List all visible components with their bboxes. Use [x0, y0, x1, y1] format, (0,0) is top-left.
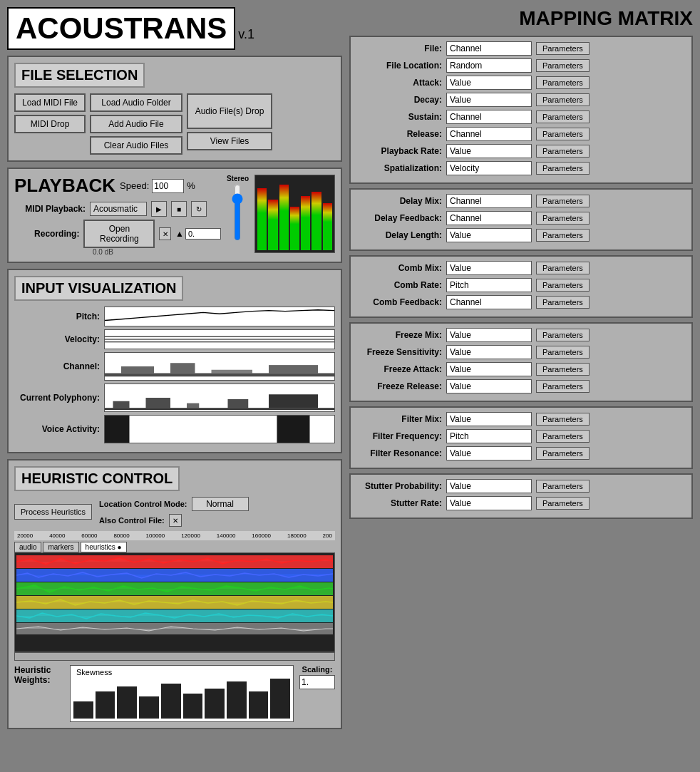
mapping-label-rows_group3-1: Comb Rate:: [356, 280, 442, 290]
recording-x-button[interactable]: ✕: [159, 227, 171, 240]
mapping-select-rows_group1-0[interactable]: Channel: [446, 41, 532, 56]
mapping-params-btn-rows_group5-2[interactable]: Parameters: [536, 447, 590, 460]
mapping-params-btn-rows_group6-1[interactable]: Parameters: [536, 497, 590, 510]
mapping-params-btn-rows_group1-1[interactable]: Parameters: [536, 59, 590, 72]
mapping-label-rows_group6-0: Stutter Probability:: [356, 481, 442, 491]
waveform-display[interactable]: [14, 552, 335, 652]
weight-bar-3[interactable]: [117, 686, 137, 719]
tab-heuristics[interactable]: heuristics ●: [81, 542, 127, 552]
weight-bar-9[interactable]: [249, 691, 269, 719]
recording-num-area: ▲: [175, 228, 221, 240]
mapping-select-rows_group1-7[interactable]: Velocity: [446, 161, 532, 175]
chevron-up-icon[interactable]: ▲: [175, 229, 184, 239]
mapping-select-rows_group1-1[interactable]: Random: [446, 58, 532, 73]
velocity-label: Velocity:: [14, 334, 100, 344]
location-mode-value[interactable]: Normal: [192, 497, 249, 511]
mapping-select-rows_group1-2[interactable]: Value: [446, 76, 532, 90]
midi-mode-select[interactable]: Acousmatic: [90, 202, 147, 216]
stop-button[interactable]: ■: [171, 201, 187, 217]
load-audio-button[interactable]: Load Audio Folder: [90, 93, 182, 112]
mapping-params-btn-rows_group3-0[interactable]: Parameters: [536, 262, 590, 274]
play-button[interactable]: ▶: [151, 201, 167, 217]
weight-bar-2[interactable]: [96, 691, 115, 719]
mapping-params-btn-rows_group5-1[interactable]: Parameters: [536, 430, 590, 443]
mapping-params-btn-rows_group4-0[interactable]: Parameters: [536, 329, 590, 341]
volume-slider[interactable]: [232, 184, 243, 241]
mapping-select-rows_group6-1[interactable]: Value: [446, 496, 532, 510]
weight-bar-8[interactable]: [227, 681, 247, 719]
recording-num-input[interactable]: [185, 228, 221, 240]
mapping-label-rows_group1-3: Decay:: [356, 95, 442, 105]
mapping-select-rows_group6-0[interactable]: Value: [446, 479, 532, 493]
mapping-params-btn-rows_group1-4[interactable]: Parameters: [536, 110, 590, 123]
audio-drop-button[interactable]: Audio File(s) Drop: [187, 93, 272, 129]
mapping-params-btn-rows_group2-2[interactable]: Parameters: [536, 229, 590, 242]
mapping-select-rows_group1-5[interactable]: Channel: [446, 127, 532, 141]
weight-bar-1[interactable]: [73, 701, 93, 719]
mapping-params-btn-rows_group1-0[interactable]: Parameters: [536, 42, 590, 55]
scaling-input[interactable]: [299, 675, 335, 689]
mapping-params-btn-rows_group4-1[interactable]: Parameters: [536, 346, 590, 359]
col-midi: Load MIDI File MIDI Drop: [14, 93, 86, 155]
process-heuristics-button[interactable]: Process Heuristics: [14, 504, 92, 520]
tab-audio[interactable]: audio: [14, 542, 41, 552]
tab-markers[interactable]: markers: [43, 542, 78, 552]
mapping-params-btn-rows_group3-1[interactable]: Parameters: [536, 279, 590, 292]
weight-bar-10[interactable]: [270, 679, 290, 719]
mapping-row-rows_group1-0: File:ChannelParameters: [356, 41, 686, 56]
also-file-checkbox[interactable]: ✕: [169, 514, 182, 527]
svg-rect-13: [269, 394, 318, 408]
mapping-params-btn-rows_group3-2[interactable]: Parameters: [536, 296, 590, 309]
mapping-select-rows_group1-3[interactable]: Value: [446, 93, 532, 107]
mapping-select-rows_group1-6[interactable]: Value: [446, 144, 532, 158]
mapping-select-rows_group3-1[interactable]: Pitch: [446, 278, 532, 292]
mapping-params-btn-rows_group1-2[interactable]: Parameters: [536, 76, 590, 89]
mapping-select-rows_group3-0[interactable]: Value: [446, 261, 532, 275]
weight-bar-6[interactable]: [183, 694, 203, 719]
mapping-label-rows_group2-0: Delay Mix:: [356, 196, 442, 206]
mapping-params-btn-rows_group2-1[interactable]: Parameters: [536, 212, 590, 225]
mapping-select-rows_group5-1[interactable]: Pitch: [446, 429, 532, 443]
waveform-container: 20000 40000 60000 80000 100000 120000 14…: [14, 531, 335, 661]
mapping-select-rows_group2-1[interactable]: Channel: [446, 211, 532, 225]
mapping-select-rows_group2-0[interactable]: Channel: [446, 194, 532, 208]
mapping-group-2: Delay Mix:ChannelParametersDelay Feedbac…: [349, 188, 693, 251]
weight-bar-7[interactable]: [205, 689, 225, 719]
weight-bar-4[interactable]: [139, 696, 159, 719]
mapping-params-btn-rows_group1-3[interactable]: Parameters: [536, 93, 590, 106]
playback-left: PLAYBACK Speed: % MIDI Playback: Acousma…: [14, 175, 221, 256]
loop-button[interactable]: ↻: [191, 201, 207, 217]
mapping-select-rows_group5-2[interactable]: Value: [446, 446, 532, 460]
mapping-row-rows_group4-0: Freeze Mix:ValueParameters: [356, 328, 686, 342]
mapping-select-rows_group5-0[interactable]: Value: [446, 412, 532, 426]
open-recording-button[interactable]: Open Recording: [83, 220, 155, 248]
mapping-select-rows_group4-3[interactable]: Value: [446, 379, 532, 393]
mapping-select-rows_group4-0[interactable]: Value: [446, 328, 532, 342]
mapping-row-rows_group4-3: Freeze Release:ValueParameters: [356, 379, 686, 393]
mapping-params-btn-rows_group2-0[interactable]: Parameters: [536, 195, 590, 207]
mapping-select-rows_group3-2[interactable]: Channel: [446, 295, 532, 309]
clear-audio-button[interactable]: Clear Audio Files: [90, 136, 182, 155]
mapping-params-btn-rows_group1-5[interactable]: Parameters: [536, 128, 590, 140]
mapping-label-rows_group4-0: Freeze Mix:: [356, 330, 442, 340]
mapping-select-rows_group4-1[interactable]: Value: [446, 345, 532, 359]
add-audio-button[interactable]: Add Audio File: [90, 115, 182, 133]
waveform-track-red: [16, 555, 333, 568]
mapping-params-btn-rows_group4-2[interactable]: Parameters: [536, 363, 590, 376]
mapping-select-rows_group1-4[interactable]: Channel: [446, 110, 532, 124]
weight-bar-5[interactable]: [161, 684, 181, 719]
mapping-params-btn-rows_group5-0[interactable]: Parameters: [536, 413, 590, 426]
mapping-params-btn-rows_group1-7[interactable]: Parameters: [536, 162, 590, 175]
mapping-params-btn-rows_group1-6[interactable]: Parameters: [536, 145, 590, 158]
midi-playback-label: MIDI Playback:: [14, 204, 86, 214]
view-files-button[interactable]: View Files: [187, 132, 272, 150]
midi-drop-button[interactable]: MIDI Drop: [14, 115, 86, 133]
speed-input[interactable]: [152, 179, 184, 193]
load-midi-button[interactable]: Load MIDI File: [14, 93, 86, 112]
vu-bar-2: [268, 200, 277, 250]
mapping-params-btn-rows_group6-0[interactable]: Parameters: [536, 480, 590, 493]
waveform-scrollbar[interactable]: [14, 652, 335, 661]
mapping-select-rows_group4-2[interactable]: Value: [446, 362, 532, 376]
mapping-select-rows_group2-2[interactable]: Value: [446, 228, 532, 242]
mapping-params-btn-rows_group4-3[interactable]: Parameters: [536, 380, 590, 393]
